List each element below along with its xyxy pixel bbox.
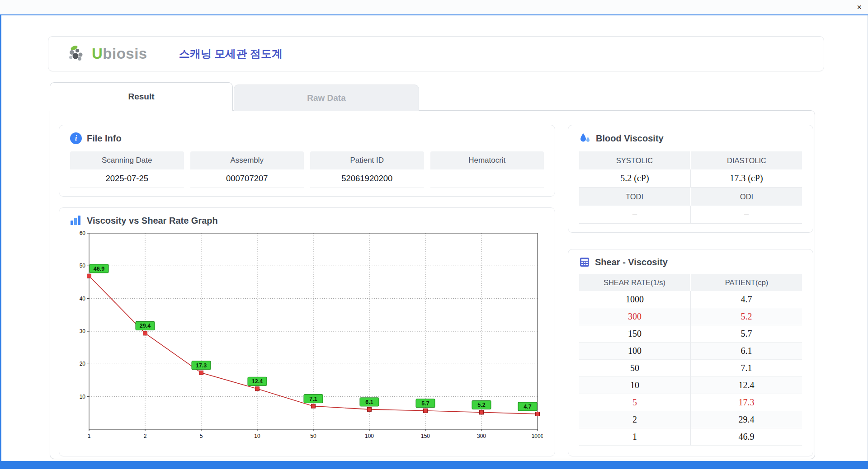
table-row: 1505.7 [579,325,802,343]
bar-chart-icon [70,215,82,226]
table-row: 10004.7 [579,291,802,308]
file-info-field: Hematocrit [430,151,544,188]
graph-card: Viscosity vs Shear Rate Graph 1020304050… [59,207,555,456]
tab-raw-data[interactable]: Raw Data [234,85,419,111]
sv-header-cell: SHEAR RATE(1/s) [579,274,690,291]
bv-header-cell: DIASTOLIC [690,151,802,169]
sv-header-row: SHEAR RATE(1/s)PATIENT(cp) [579,274,802,291]
table-row: 1006.1 [579,343,802,360]
patient-cell: 12.4 [690,377,802,394]
app-window: Ubiosis 스캐닝 모세관 점도계 Result Raw Data i Fi… [0,15,868,461]
bv-header-row: SYSTOLICDIASTOLIC [579,151,802,169]
data-marker [424,409,428,413]
file-info-card: i File Info Scanning Date2025-07-25Assem… [59,125,555,197]
droplet-icon [579,132,591,144]
table-row: 1012.4 [579,377,802,394]
x-tick-label: 50 [310,433,316,439]
y-tick-label: 60 [80,230,86,236]
field-label: Hematocrit [430,151,544,169]
x-tick-label: 5 [200,433,203,439]
point-label: 17.3 [196,362,207,369]
field-label: Assembly [190,151,304,169]
data-marker [199,371,203,375]
bv-value-cell: 17.3 (cP) [690,169,802,188]
table-row: 146.9 [579,428,802,446]
shear-viscosity-title: Shear - Viscosity [595,257,668,268]
point-label: 6.1 [365,399,373,405]
data-marker [536,412,540,416]
x-tick-label: 1 [88,433,91,439]
tab-bar: Result Raw Data [50,82,419,111]
patient-cell: 46.9 [690,428,802,446]
header-card: Ubiosis 스캐닝 모세관 점도계 [48,36,824,71]
shear-rate-cell: 300 [579,308,690,325]
point-label: 4.7 [524,404,531,410]
blood-viscosity-table: SYSTOLICDIASTOLIC5.2 (cP)17.3 (cP)TODIOD… [579,151,802,224]
table-row: 229.4 [579,411,802,428]
viscosity-chart-svg: 1020304050601251050100150300100046.929.4… [73,230,543,442]
bv-value-row: –– [579,206,802,224]
logo-text-u: U [92,45,103,62]
shear-rate-cell: 1 [579,428,690,446]
file-info-field: Patient ID52061920200 [310,151,424,188]
data-marker [480,410,484,414]
shear-rate-cell: 50 [579,360,690,377]
ubiosis-logo: Ubiosis [67,44,147,63]
blood-viscosity-title: Blood Viscosity [596,133,664,144]
y-tick-label: 20 [80,361,86,367]
bv-value-cell: – [579,206,690,224]
field-value [430,169,544,188]
logo-text-rest: biosis [103,45,147,62]
shear-rate-cell: 100 [579,343,690,360]
info-icon: i [70,132,82,144]
point-label: 5.7 [421,400,429,407]
blood-viscosity-card: Blood Viscosity SYSTOLICDIASTOLIC5.2 (cP… [568,125,813,233]
field-label: Scanning Date [70,151,184,169]
bv-header-cell: ODI [690,188,802,206]
bv-value-row: 5.2 (cP)17.3 (cP) [579,169,802,188]
shear-viscosity-table: SHEAR RATE(1/s)PATIENT(cp)10004.73005.21… [579,274,802,446]
field-value: 000707207 [190,169,304,188]
viscosity-chart: 1020304050601251050100150300100046.929.4… [73,230,544,444]
data-marker [87,274,91,278]
data-marker [255,387,259,391]
titlebar: × [0,0,868,15]
x-tick-label: 2 [144,433,147,439]
bottom-accent-bar [0,461,868,469]
file-info-title: File Info [87,133,122,144]
y-tick-label: 10 [80,394,86,400]
patient-cell: 5.7 [690,325,802,343]
bv-value-cell: – [690,206,802,224]
data-marker [311,404,316,408]
table-row: 3005.2 [579,308,802,325]
file-info-field: Scanning Date2025-07-25 [70,151,184,188]
shear-rate-cell: 150 [579,325,690,343]
data-marker [143,331,147,335]
patient-cell: 5.2 [690,308,802,325]
point-label: 46.9 [94,266,104,272]
blood-viscosity-title-row: Blood Viscosity [579,132,802,144]
bv-header-cell: TODI [579,188,690,206]
table-row: 507.1 [579,360,802,377]
y-tick-label: 40 [80,296,86,302]
data-marker [368,407,372,411]
point-label: 12.4 [252,378,263,385]
shear-viscosity-title-row: Shear - Viscosity [579,257,802,268]
x-tick-label: 100 [365,433,374,439]
patient-cell: 6.1 [690,343,802,360]
close-icon[interactable]: × [857,2,862,12]
field-label: Patient ID [310,151,424,169]
sv-header-cell: PATIENT(cp) [690,274,802,291]
graph-title-row: Viscosity vs Shear Rate Graph [70,215,544,226]
logo-icon [67,44,88,63]
x-tick-label: 300 [477,433,486,439]
y-tick-label: 30 [80,328,86,334]
x-tick-label: 1000 [532,433,543,439]
field-value: 52061920200 [310,169,424,188]
bv-value-cell: 5.2 (cP) [579,169,690,188]
point-label: 29.4 [140,323,151,329]
tab-result[interactable]: Result [50,82,233,111]
bv-header-row: TODIODI [579,188,802,206]
field-value: 2025-07-25 [70,169,184,188]
shear-rate-cell: 1000 [579,291,690,308]
